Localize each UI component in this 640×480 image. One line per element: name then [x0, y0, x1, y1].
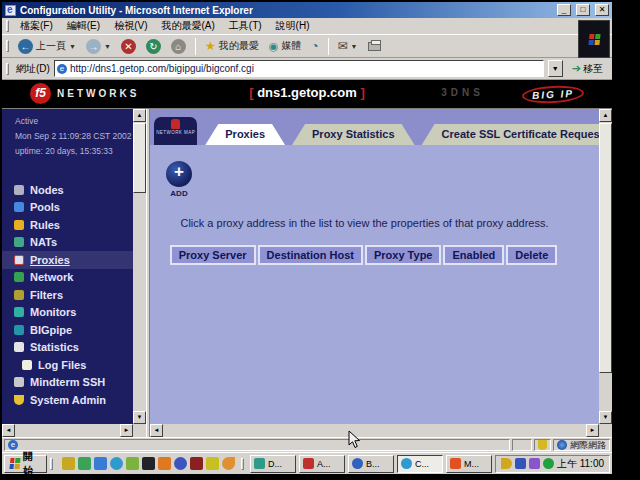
refresh-button[interactable]: ↻ — [142, 36, 165, 56]
forward-icon: → — [86, 39, 101, 54]
quicklaunch-ie-icon[interactable] — [110, 457, 123, 470]
sidebar-vertical-scrollbar[interactable]: ▲ ▼ — [133, 109, 146, 424]
menubar-grip[interactable] — [6, 20, 9, 32]
task-button-2[interactable]: A... — [299, 455, 345, 473]
quicklaunch-icon-1[interactable] — [62, 457, 75, 470]
quicklaunch-icon-11[interactable] — [222, 457, 235, 470]
addressbar-grip[interactable] — [6, 63, 9, 75]
internet-zone-icon — [557, 440, 567, 450]
sidebar-item-network[interactable]: Network — [2, 269, 133, 287]
browser-content: Active Mon Sep 2 11:09:28 CST 2002 uptim… — [2, 108, 612, 437]
sidebar-item-nodes[interactable]: Nodes — [2, 181, 133, 199]
menu-tools[interactable]: 工具(T) — [223, 18, 268, 34]
mail-button[interactable]: ✉ ▼ — [334, 36, 362, 56]
scroll-left-icon[interactable]: ◄ — [2, 424, 15, 437]
mail-dropdown-icon[interactable]: ▼ — [351, 43, 358, 50]
sidebar-horizontal-scrollbar[interactable]: ◄ ► — [2, 424, 133, 437]
tray-icon-4[interactable] — [543, 458, 554, 469]
system-tray: 上午 11:00 — [495, 455, 610, 473]
tray-icon-2[interactable] — [515, 458, 526, 469]
status-uptime: uptime: 20 days, 15:35:33 — [15, 144, 133, 159]
quicklaunch-icon-6[interactable] — [142, 457, 155, 470]
sidebar-item-rules[interactable]: Rules — [2, 216, 133, 234]
toolbar-grip[interactable] — [6, 40, 9, 52]
quicklaunch-grip[interactable] — [50, 458, 53, 470]
crt-screen: Configuration Utility - Microsoft Intern… — [0, 0, 640, 480]
title-bar[interactable]: Configuration Utility - Microsoft Intern… — [2, 2, 612, 18]
add-proxy-button[interactable] — [166, 161, 192, 187]
refresh-icon: ↻ — [146, 39, 161, 54]
scroll-up-icon[interactable]: ▲ — [133, 109, 146, 122]
quicklaunch-icon-2[interactable] — [78, 457, 91, 470]
home-button[interactable]: ⌂ — [167, 36, 190, 56]
status-datetime: Mon Sep 2 11:09:28 CST 2002 — [15, 129, 133, 144]
task-button-3[interactable]: B... — [348, 455, 394, 473]
tasks-grip[interactable] — [241, 458, 244, 470]
scroll-up-icon[interactable]: ▲ — [599, 109, 612, 122]
scrollbar-thumb[interactable] — [133, 123, 146, 193]
main-horizontal-scrollbar[interactable]: ◄ ► — [150, 424, 599, 437]
quicklaunch-icon-10[interactable] — [206, 457, 219, 470]
main-vertical-scrollbar[interactable]: ▲ ▼ — [599, 109, 612, 424]
sidebar-item-bigpipe[interactable]: BIGpipe — [2, 321, 133, 339]
menu-view[interactable]: 檢視(V) — [108, 18, 153, 34]
scrollbar-thumb[interactable] — [599, 123, 612, 373]
nats-icon — [14, 237, 24, 247]
favorites-button[interactable]: ★ 我的最愛 — [201, 36, 263, 56]
sidebar-item-log-files[interactable]: Log Files — [2, 356, 133, 374]
history-button[interactable]: ◔ — [307, 36, 322, 56]
back-button[interactable]: ← 上一頁 ▼ — [14, 36, 80, 56]
forward-dropdown-icon[interactable]: ▼ — [104, 43, 111, 50]
go-button[interactable]: ➔ 移至 — [567, 61, 608, 77]
tab-create-ssl-certificate-request[interactable]: Create SSL Certificate Request — [422, 124, 599, 145]
forward-button[interactable]: → ▼ — [82, 36, 115, 56]
f5-header-band: f5 NETWORKS [ dns1.getop.com ] 3DNS BIG … — [2, 80, 612, 108]
tray-icon-3[interactable] — [529, 458, 540, 469]
scroll-left-icon[interactable]: ◄ — [150, 424, 163, 437]
task-button-1[interactable]: D... — [250, 455, 296, 473]
tab-network-map[interactable]: NETWORK MAP — [154, 117, 197, 145]
address-url[interactable]: http://dns1.getop.com/bigipgui/bigconf.c… — [70, 63, 254, 74]
menu-help[interactable]: 說明(H) — [270, 18, 316, 34]
menu-file[interactable]: 檔案(F) — [14, 18, 59, 34]
window-title: Configuration Utility - Microsoft Intern… — [20, 5, 552, 16]
quicklaunch-icon-7[interactable] — [158, 457, 171, 470]
scroll-right-icon[interactable]: ► — [586, 424, 599, 437]
close-button[interactable]: ✕ — [595, 4, 609, 16]
sidebar-item-statistics[interactable]: Statistics — [2, 339, 133, 357]
tab-proxy-statistics[interactable]: Proxy Statistics — [292, 124, 415, 145]
tab-proxies[interactable]: Proxies — [205, 124, 285, 145]
media-button[interactable]: ◉ 媒體 — [265, 36, 306, 56]
back-dropdown-icon[interactable]: ▼ — [69, 43, 76, 50]
minimize-button[interactable]: _ — [557, 4, 571, 16]
go-arrow-icon: ➔ — [572, 62, 581, 75]
sidebar-item-nats[interactable]: NATs — [2, 234, 133, 252]
maximize-button[interactable]: □ — [576, 4, 590, 16]
scroll-down-icon[interactable]: ▼ — [599, 411, 612, 424]
scroll-right-icon[interactable]: ► — [120, 424, 133, 437]
menu-favorites[interactable]: 我的最愛(A) — [155, 18, 220, 34]
tray-volume-icon[interactable] — [501, 458, 512, 469]
sidebar-item-system-admin[interactable]: System Admin — [2, 391, 133, 409]
address-input[interactable]: http://dns1.getop.com/bigipgui/bigconf.c… — [54, 60, 544, 77]
sidebar-item-pools[interactable]: Pools — [2, 199, 133, 217]
quicklaunch-icon-3[interactable] — [94, 457, 107, 470]
start-button[interactable]: 開始 — [4, 455, 47, 473]
quicklaunch-icon-9[interactable] — [190, 457, 203, 470]
sidebar-item-filters[interactable]: Filters — [2, 286, 133, 304]
stop-button[interactable]: ✕ — [117, 36, 140, 56]
taskbar-clock[interactable]: 上午 11:00 — [557, 457, 604, 471]
scroll-down-icon[interactable]: ▼ — [133, 411, 146, 424]
sidebar-item-proxies[interactable]: Proxies — [2, 251, 133, 269]
quicklaunch-icon-5[interactable] — [126, 457, 139, 470]
print-button[interactable] — [364, 36, 385, 56]
menu-edit[interactable]: 編輯(E) — [61, 18, 106, 34]
sidebar-nav: Active Mon Sep 2 11:09:28 CST 2002 uptim… — [2, 109, 133, 424]
quicklaunch-icon-8[interactable] — [174, 457, 187, 470]
task-button-5[interactable]: M... — [446, 455, 492, 473]
task-button-configuration-utility[interactable]: C... — [397, 455, 443, 473]
start-windows-flag-icon — [9, 458, 20, 469]
address-dropdown-icon[interactable]: ▼ — [548, 60, 563, 77]
sidebar-item-monitors[interactable]: Monitors — [2, 304, 133, 322]
sidebar-item-mindterm-ssh[interactable]: Mindterm SSH — [2, 374, 133, 392]
